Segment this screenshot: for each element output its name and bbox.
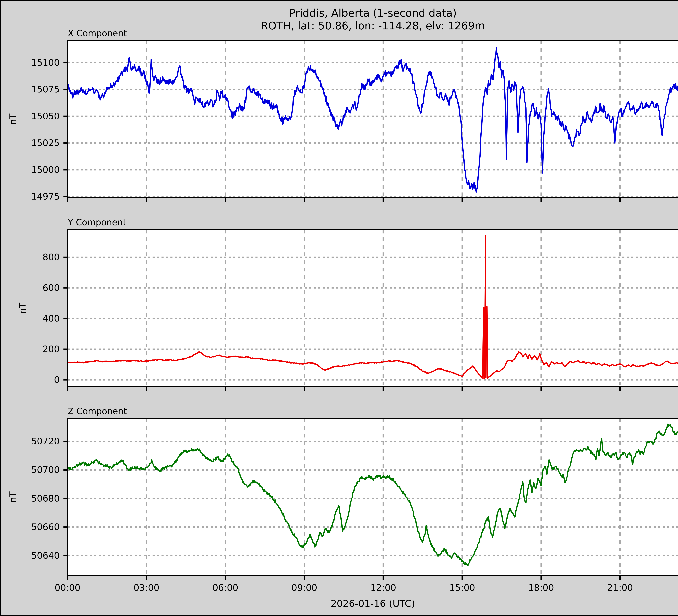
y-tick-label: 400 [43, 313, 60, 324]
y-tick-label: 15050 [31, 111, 60, 121]
x-tick-label: 15:00 [449, 583, 475, 593]
figure-subtitle: ROTH, lat: 50.86, lon: -114.28, elv: 126… [261, 20, 485, 32]
plot-canvas [0, 0, 678, 616]
magnetogram-figure: Priddis, Alberta (1-second data) ROTH, l… [0, 0, 678, 616]
x-tick-label: 21:00 [607, 583, 633, 593]
panel-title-z-component: Z Component [68, 406, 127, 416]
y-tick-label: 0 [54, 375, 60, 385]
y-tick-label: 15025 [31, 138, 60, 148]
panel-title-x-component: X Component [68, 28, 127, 38]
y-tick-label: 15075 [31, 84, 60, 95]
y-axis-label-y-panel: nT [16, 295, 29, 322]
panel-title-y-component: Y Component [68, 217, 126, 227]
y-tick-label: 50680 [31, 493, 60, 504]
x-tick-label: 09:00 [291, 583, 317, 593]
y-tick-label: 800 [43, 252, 60, 262]
y-tick-label: 200 [43, 344, 60, 354]
y-tick-label: 50720 [31, 436, 60, 446]
x-tick-label: 03:00 [134, 583, 159, 593]
y-axis-label-z-panel: nT [6, 483, 20, 511]
y-tick-label: 50660 [31, 522, 60, 532]
x-tick-label: 00:00 [54, 583, 80, 593]
y-tick-label: 50640 [31, 550, 60, 561]
y-tick-label: 15100 [31, 58, 60, 68]
y-tick-label: 14975 [31, 191, 60, 202]
x-tick-label: 06:00 [213, 583, 238, 593]
y-axis-label-x-panel: nT [6, 106, 20, 133]
figure-title: Priddis, Alberta (1-second data) [289, 7, 457, 19]
x-tick-label: 12:00 [370, 583, 396, 593]
y-tick-label: 600 [43, 283, 60, 293]
y-tick-label: 50700 [31, 465, 60, 475]
y-tick-label: 15000 [31, 165, 60, 175]
x-tick-label: 18:00 [528, 583, 554, 593]
x-axis-label: 2026-01-16 (UTC) [331, 598, 415, 609]
plot-area [68, 419, 678, 576]
